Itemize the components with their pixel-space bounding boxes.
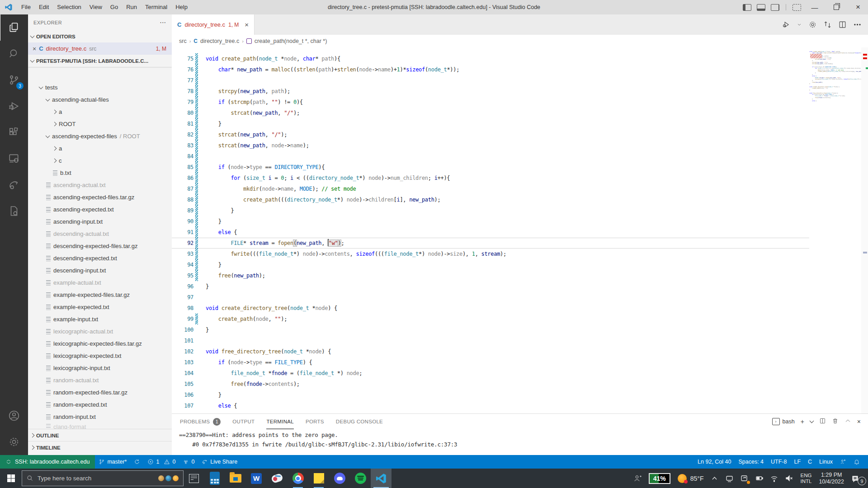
close-editor-icon[interactable]: ×: [33, 45, 36, 52]
more-actions-icon[interactable]: [853, 20, 862, 29]
ports-indicator[interactable]: 0: [179, 455, 198, 469]
toggle-secondary-sidebar-icon[interactable]: [771, 4, 779, 11]
minimap[interactable]: void create_path(node_t *node, char* pat…: [809, 47, 861, 414]
tree-item-ascending-expected.txt[interactable]: ascending-expected.txt: [28, 203, 172, 216]
code-line-87[interactable]: 87 mkdir(node->name, MODE); // set mode: [172, 183, 809, 194]
run-dropdown-chevron-icon[interactable]: [797, 20, 802, 29]
code-line-79[interactable]: 79 if (strcmp(path, "") != 0){: [172, 97, 809, 108]
code-area[interactable]: 75void create_path(node_t *node, char* p…: [172, 47, 868, 414]
code-line-76[interactable]: 76 char* new_path = malloc((strlen(path)…: [172, 64, 809, 75]
remote-os[interactable]: Linux: [816, 455, 836, 469]
tree-item-descending-actual.txt[interactable]: descending-actual.txt: [28, 228, 172, 240]
panel-tab-output[interactable]: OUTPUT: [232, 414, 255, 429]
code-line-95[interactable]: 95 free(new_path);: [172, 270, 809, 281]
menu-run[interactable]: Run: [122, 0, 141, 14]
tree-item-random-input.txt[interactable]: random-input.txt: [28, 411, 172, 423]
code-line-88[interactable]: 88 create_path(((directory_node_t*) node…: [172, 194, 809, 205]
sync-app-button[interactable]: [737, 469, 751, 488]
tree-item-example-actual.txt[interactable]: example-actual.txt: [28, 277, 172, 289]
search-icon[interactable]: [0, 41, 28, 67]
maximize-panel-icon[interactable]: [844, 418, 851, 426]
timeline-header[interactable]: TIMELINE: [28, 441, 172, 454]
minimize-button[interactable]: —: [805, 0, 825, 14]
restore-button[interactable]: [826, 0, 846, 14]
live-share-status[interactable]: Live Share: [198, 455, 241, 469]
tree-item-example-input.txt[interactable]: example-input.txt: [28, 313, 172, 325]
tree-item-descending-expected.txt[interactable]: descending-expected.txt: [28, 252, 172, 264]
code-line-78[interactable]: 78 strcpy(new_path, path);: [172, 86, 809, 97]
explorer-icon[interactable]: [0, 14, 28, 41]
code-line-85[interactable]: 85 if (node->type == DIRECTORY_TYPE){: [172, 162, 809, 173]
code-line-92[interactable]: 92 FILE* stream = fopen(new_path, "w");: [172, 238, 809, 249]
split-terminal-icon[interactable]: [819, 418, 826, 426]
extensions-icon[interactable]: [0, 119, 28, 145]
calculator-button[interactable]: [204, 469, 225, 488]
tree-item-lexicographic-actual.txt[interactable]: lexicographic-actual.txt: [28, 325, 172, 338]
tree-item-lexicographic-expected-files.tar.gz[interactable]: lexicographic-expected-files.tar.gz: [28, 338, 172, 350]
task-view-button[interactable]: [184, 469, 204, 488]
file-explorer-button[interactable]: [225, 469, 246, 488]
tree-item-ascending-expected-files.tar.gz[interactable]: ascending-expected-files.tar.gz: [28, 191, 172, 203]
start-button[interactable]: [0, 469, 22, 488]
eol-sequence[interactable]: LF: [790, 455, 804, 469]
explorer-actions-icon[interactable]: ···: [160, 20, 166, 25]
code-line-105[interactable]: 105 free(fnode->contents);: [172, 379, 809, 389]
people-button[interactable]: [631, 469, 645, 488]
remote-explorer-icon[interactable]: [0, 145, 28, 172]
tree-item-tests[interactable]: tests: [28, 81, 172, 94]
code-line-103[interactable]: 103 if (node->type == FILE_TYPE) {: [172, 357, 809, 368]
spotify-button[interactable]: [350, 469, 371, 488]
close-panel-icon[interactable]: ×: [857, 418, 861, 425]
remote-indicator[interactable]: SSH: labradoodle.caltech.edu: [0, 455, 95, 469]
code-line-98[interactable]: 98void create_directory_tree(node_t *nod…: [172, 303, 809, 314]
code-line-90[interactable]: 90 }: [172, 216, 809, 227]
code-line-81[interactable]: 81 }: [172, 118, 809, 129]
tree-item-random-expected.txt[interactable]: random-expected.txt: [28, 399, 172, 411]
clock[interactable]: 1:29 PM10/4/2022: [816, 469, 847, 488]
customize-layout-icon[interactable]: [793, 4, 801, 11]
language-indicator[interactable]: ENGINTL: [797, 469, 815, 488]
tree-item-random-expected-files.tar.gz[interactable]: random-expected-files.tar.gz: [28, 386, 172, 399]
makefile-tools-icon[interactable]: [0, 198, 28, 224]
kill-terminal-icon[interactable]: [832, 418, 839, 426]
code-line-97[interactable]: 97: [172, 292, 809, 303]
open-editor-item[interactable]: × C directory_tree.c src 1, M: [28, 42, 172, 55]
tree-item-b.txt[interactable]: b.txt: [28, 167, 172, 179]
volume-button[interactable]: [782, 469, 796, 488]
toggle-sidebar-icon[interactable]: [743, 4, 751, 11]
terminal-shell-picker[interactable]: › bash: [772, 418, 795, 425]
breadcrumb-folder[interactable]: src: [179, 38, 187, 44]
tree-item-lexicographic-expected.txt[interactable]: lexicographic-expected.txt: [28, 350, 172, 362]
code-line-100[interactable]: 100}: [172, 324, 809, 335]
terminal-output[interactable]: ==238790==Hint: address points to the ze…: [172, 429, 868, 449]
tree-item-c[interactable]: c: [28, 155, 172, 167]
code-line-96[interactable]: 96}: [172, 281, 809, 292]
encoding[interactable]: UTF-8: [767, 455, 790, 469]
tree-item-ROOT[interactable]: ROOT: [28, 118, 172, 130]
settings-gear-icon[interactable]: [0, 429, 28, 455]
weather-widget[interactable]: 85°F: [675, 469, 707, 488]
chrome-button[interactable]: [288, 469, 308, 488]
git-branch[interactable]: master*: [95, 455, 130, 469]
terminal-dropdown-icon[interactable]: [809, 419, 814, 423]
vscode-button[interactable]: [371, 469, 392, 488]
breadcrumb-file[interactable]: directory_tree.c: [200, 38, 239, 44]
new-terminal-icon[interactable]: +: [801, 418, 804, 425]
language-mode[interactable]: C: [804, 455, 816, 469]
code-line-101[interactable]: 101: [172, 335, 809, 346]
battery-tray-button[interactable]: [752, 469, 766, 488]
action-center-button[interactable]: 9: [848, 469, 865, 488]
code-line-82[interactable]: 82 strcat(new_path, "/");: [172, 129, 809, 140]
menu-view[interactable]: View: [85, 0, 106, 14]
problems-indicator[interactable]: 1 0: [144, 455, 179, 469]
tab-close-icon[interactable]: ×: [245, 21, 249, 28]
editor-settings-gear-icon[interactable]: [808, 20, 817, 29]
source-control-icon[interactable]: 3: [0, 67, 28, 93]
menu-go[interactable]: Go: [106, 0, 122, 14]
split-editor-icon[interactable]: [838, 20, 847, 29]
tree-item-a[interactable]: a: [28, 106, 172, 118]
accounts-icon[interactable]: [0, 403, 28, 429]
run-debug-file-icon[interactable]: [782, 20, 790, 29]
tab-directory-tree[interactable]: C directory_tree.c 1, M ×: [172, 14, 255, 35]
taskbar-search-box[interactable]: Type here to search: [22, 470, 184, 486]
